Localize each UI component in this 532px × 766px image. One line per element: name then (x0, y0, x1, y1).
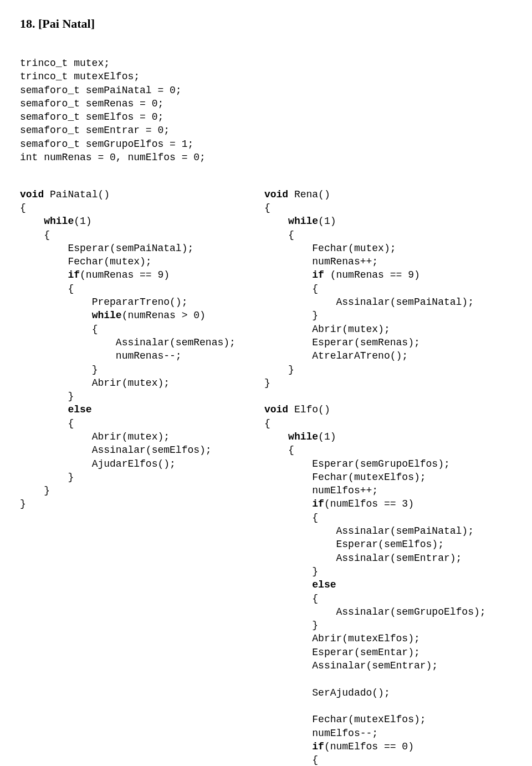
brace: { (312, 754, 318, 765)
stmt: Esperar(semPaiNatal); (68, 243, 193, 254)
brace: } (68, 391, 74, 402)
stmt: numElfos--; (312, 728, 378, 739)
stmt: Fechar(mutexElfos); (312, 714, 426, 725)
stmt: Abrir(mutexElfos); (312, 633, 420, 644)
brace: } (312, 566, 318, 577)
kw-if: if (312, 498, 324, 509)
kw-while: while (288, 431, 318, 442)
kw-void: void (264, 404, 288, 415)
brace: { (288, 445, 294, 456)
brace: { (68, 418, 74, 429)
brace: { (264, 202, 270, 213)
decl-line: semaforo_t semRenas = 0; (20, 98, 163, 109)
decl-line: semaforo_t semElfos = 0; (20, 111, 163, 122)
kw-else: else (312, 579, 336, 590)
brace: } (288, 364, 294, 375)
brace: { (264, 418, 270, 429)
cond: (1) (318, 431, 336, 442)
stmt: numRenas++; (312, 256, 378, 267)
stmt: Abrir(mutex); (92, 377, 170, 389)
cond: (numElfos == 0) (324, 741, 414, 752)
brace: } (92, 364, 98, 375)
cond: (numRenas > 0) (122, 310, 206, 321)
cond: (numRenas == 9) (80, 269, 170, 280)
brace: { (20, 202, 26, 213)
stmt: Abrir(mutex); (312, 324, 390, 335)
brace: } (68, 472, 74, 483)
brace: { (312, 593, 318, 604)
fn-name: PaiNatal() (44, 189, 110, 200)
stmt: Esperar(semRenas); (312, 337, 420, 348)
decl-line: trinco_t mutexElfos; (20, 71, 140, 82)
kw-if: if (68, 269, 80, 280)
brace: { (288, 229, 294, 241)
stmt: Assinalar(semPaiNatal); (336, 297, 474, 308)
kw-if: if (312, 269, 324, 280)
left-column-painatal: void PaiNatal() { while(1) { Esperar(sem… (20, 174, 236, 510)
stmt: Esperar(semGrupoElfos); (312, 458, 449, 469)
cond: (numElfos == 3) (324, 498, 414, 509)
stmt: Esperar(semElfos); (336, 539, 444, 550)
cond: (1) (318, 216, 336, 227)
stmt: AtrelarATreno(); (312, 350, 408, 361)
brace: { (92, 324, 98, 335)
brace: } (312, 310, 318, 321)
fn-name: Elfo() (288, 404, 330, 415)
cond: (1) (74, 216, 91, 227)
kw-if: if (312, 741, 324, 752)
brace: } (312, 620, 318, 631)
brace: } (264, 377, 270, 389)
stmt: numElfos++; (312, 485, 378, 496)
stmt: Assinalar(semGrupoElfos); (336, 606, 486, 617)
brace: } (20, 498, 26, 509)
kw-while: while (92, 310, 122, 321)
exercise-heading: 18. [Pai Natal] (20, 16, 512, 32)
stmt: SerAjudado(); (312, 687, 390, 698)
decl-line: semaforo_t semPaiNatal = 0; (20, 85, 182, 96)
stmt: Assinalar(semRenas); (116, 337, 236, 348)
decl-line: semaforo_t semGrupoElfos = 1; (20, 139, 193, 150)
brace: { (68, 283, 74, 294)
fn-name: Rena() (288, 189, 330, 200)
decl-line: semaforo_t semEntrar = 0; (20, 125, 170, 136)
declarations-block: trinco_t mutex; trinco_t mutexElfos; sem… (20, 43, 512, 165)
code-columns: void PaiNatal() { while(1) { Esperar(sem… (20, 174, 512, 766)
stmt: numRenas--; (116, 350, 182, 361)
kw-while: while (44, 216, 74, 227)
brace: { (312, 512, 318, 523)
cond: (numRenas == 9) (324, 269, 420, 280)
kw-void: void (20, 189, 44, 200)
brace: { (44, 229, 50, 241)
stmt: Assinalar(semEntrar); (312, 660, 438, 671)
brace: } (44, 485, 50, 496)
brace: { (312, 283, 318, 294)
stmt: Assinalar(semEntrar); (336, 553, 462, 564)
stmt: PrepararTreno(); (92, 297, 188, 308)
stmt: Fechar(mutexElfos); (312, 472, 426, 483)
kw-while: while (288, 216, 318, 227)
stmt: AjudarElfos(); (92, 458, 176, 469)
stmt: Esperar(semEntar); (312, 647, 420, 658)
stmt: Assinalar(semElfos); (92, 445, 212, 456)
kw-void: void (264, 189, 288, 200)
stmt: Fechar(mutex); (68, 256, 151, 267)
decl-line: trinco_t mutex; (20, 58, 110, 69)
right-column-rena-elfo: void Rena() { while(1) { Fechar(mutex); … (264, 174, 486, 766)
decl-line: int numRenas = 0, numElfos = 0; (20, 152, 206, 163)
kw-else: else (68, 404, 91, 415)
stmt: Fechar(mutex); (312, 243, 396, 254)
stmt: Abrir(mutex); (92, 431, 170, 442)
stmt: Assinalar(semPaiNatal); (336, 525, 474, 537)
